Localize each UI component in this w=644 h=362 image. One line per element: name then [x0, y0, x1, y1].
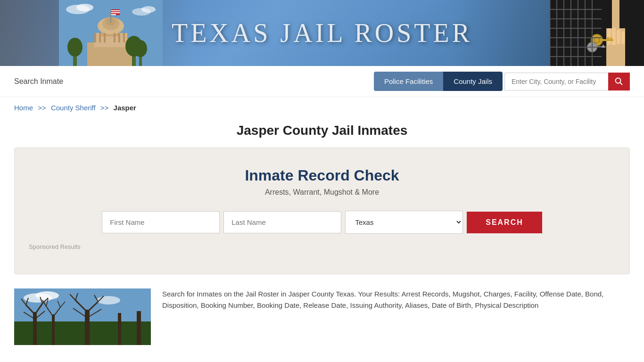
- svg-rect-69: [137, 311, 141, 345]
- svg-point-25: [76, 4, 93, 11]
- breadcrumb-sep1: >>: [38, 104, 46, 112]
- facility-search-wrapper: [504, 73, 630, 90]
- svg-rect-9: [104, 33, 106, 42]
- svg-rect-35: [621, 31, 625, 44]
- svg-rect-17: [111, 14, 116, 15]
- svg-point-27: [141, 6, 156, 13]
- facility-search-button[interactable]: [608, 73, 630, 90]
- breadcrumb-sep2: >>: [100, 104, 109, 112]
- search-icon: [615, 77, 623, 86]
- state-select[interactable]: AlabamaAlaskaArizonaArkansasCaliforniaCo…: [345, 211, 463, 234]
- svg-rect-40: [607, 37, 609, 40]
- bottom-description: Search for Inmates on the Jail Roster in…: [162, 288, 630, 345]
- breadcrumb-county-sheriff[interactable]: County Sheriff: [51, 104, 96, 112]
- first-name-input[interactable]: [102, 211, 220, 233]
- record-check-title: Inmate Record Check: [29, 167, 615, 184]
- bottom-image-svg: [14, 288, 151, 345]
- svg-point-23: [67, 38, 83, 57]
- keys-svg: [550, 0, 644, 66]
- svg-rect-39: [610, 37, 612, 40]
- svg-rect-44: [603, 45, 604, 47]
- record-check-box: Inmate Record Check Arrests, Warrant, Mu…: [14, 148, 630, 274]
- svg-line-59: [620, 82, 622, 85]
- svg-rect-8: [99, 33, 101, 42]
- breadcrumb-home[interactable]: Home: [14, 104, 33, 112]
- svg-rect-10: [114, 33, 116, 42]
- svg-rect-34: [617, 29, 620, 44]
- svg-rect-32: [607, 28, 611, 45]
- navbar-right: Police Facilities County Jails: [374, 72, 630, 91]
- svg-rect-11: [118, 33, 120, 42]
- breadcrumb: Home >> County Sheriff >> Jasper: [0, 97, 644, 118]
- svg-point-21: [134, 40, 147, 57]
- page-title: Jasper County Jail Inmates: [14, 123, 630, 138]
- svg-rect-13: [110, 9, 111, 23]
- svg-rect-66: [52, 314, 55, 345]
- svg-rect-67: [85, 310, 90, 345]
- header-banner: Texas Jail Roster: [0, 0, 644, 66]
- page-title-section: Jasper County Jail Inmates: [0, 118, 644, 148]
- svg-rect-31: [619, 0, 626, 28]
- search-inmate-label: Search Inmate: [14, 77, 374, 86]
- police-facilities-button[interactable]: Police Facilities: [374, 72, 443, 91]
- svg-rect-7: [94, 33, 96, 42]
- county-jails-button[interactable]: County Jails: [443, 72, 503, 91]
- svg-rect-12: [123, 33, 125, 42]
- svg-rect-68: [118, 313, 121, 345]
- record-check-subtitle: Arrests, Warrant, Mugshot & More: [29, 188, 615, 197]
- record-check-form: AlabamaAlaskaArizonaArkansasCaliforniaCo…: [29, 211, 615, 234]
- navbar: Search Inmate Police Facilities County J…: [0, 66, 644, 97]
- last-name-input[interactable]: [223, 211, 341, 233]
- bottom-section: Search for Inmates on the Jail Roster in…: [0, 288, 644, 345]
- svg-rect-33: [612, 27, 616, 45]
- record-search-button[interactable]: SEARCH: [467, 212, 542, 233]
- capitol-svg: [59, 0, 163, 66]
- svg-rect-30: [605, 0, 612, 28]
- svg-point-63: [97, 296, 120, 304]
- svg-rect-65: [33, 312, 37, 345]
- svg-point-58: [616, 78, 621, 83]
- svg-rect-15: [111, 10, 120, 11]
- svg-rect-16: [111, 12, 120, 13]
- sponsored-label: Sponsored Results: [29, 243, 615, 250]
- breadcrumb-current: Jasper: [114, 104, 136, 112]
- banner-title: Texas Jail Roster: [172, 18, 472, 48]
- bottom-image: [14, 288, 151, 345]
- facility-search-input[interactable]: [504, 73, 608, 90]
